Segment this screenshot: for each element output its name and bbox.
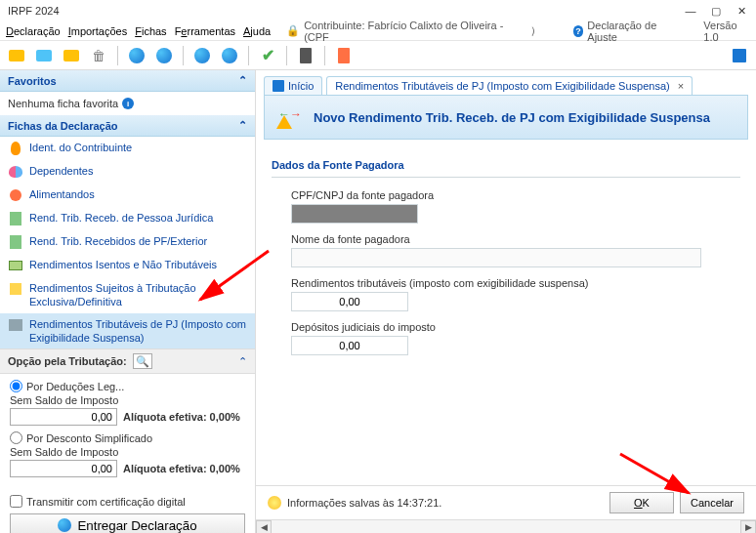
menu-ajuda[interactable]: Ajuda (243, 25, 271, 37)
tb-globe4[interactable] (219, 45, 240, 66)
ficha-alimentandos[interactable]: Alimentandos (0, 184, 255, 207)
tb-new[interactable] (6, 45, 27, 66)
favorites-header[interactable]: Favoritos ⌃ (0, 70, 255, 92)
label-rendimentos: Rendimentos tributáveis (imposto com exi… (291, 277, 740, 289)
deducoes-value[interactable] (10, 408, 117, 426)
radio-deducoes[interactable]: Por Deduções Leg... (10, 380, 245, 392)
close-tab-icon[interactable]: × (678, 80, 684, 92)
separator (324, 46, 325, 65)
maximize-icon[interactable]: ▢ (709, 4, 723, 18)
app-title: IRPF 2024 (8, 5, 60, 17)
radio-simplificado[interactable]: Por Desconto Simplificado (10, 431, 245, 444)
form-title: Novo Rendimento Trib. Receb. de PJ com E… (314, 110, 710, 125)
money-icon (9, 261, 22, 270)
form-header-icon: ←→ (276, 105, 304, 129)
ficha-exclusiva[interactable]: Rendimentos Sujeitos à Tributação Exclus… (0, 277, 255, 313)
fichas-header[interactable]: Fichas da Declaração ⌃ (0, 115, 255, 137)
input-depositos[interactable] (291, 336, 408, 355)
cancel-button[interactable]: Cancelar (680, 492, 744, 513)
label-depositos: Depósitos judiciais do imposto (291, 321, 740, 333)
divider (272, 177, 740, 178)
tb-open[interactable] (33, 45, 55, 66)
input-rendimentos[interactable] (291, 292, 408, 311)
input-cpf-cnpj[interactable] (291, 204, 418, 224)
scroll-right-icon[interactable]: ▶ (740, 520, 756, 533)
ficha-rend-pf[interactable]: Rend. Trib. Recebidos de PF/Exterior (0, 230, 255, 254)
ficha-isentos[interactable]: Rendimentos Isentos e Não Tributáveis (0, 254, 255, 277)
no-favorites: Nenhuma ficha favorita i (8, 98, 247, 109)
tb-calc[interactable] (295, 45, 316, 66)
disk-icon (268, 496, 281, 510)
globe-icon (58, 518, 71, 532)
ficha-ident[interactable]: Ident. do Contribuinte (0, 137, 255, 160)
lock-icon: 🔒 (286, 24, 300, 37)
tb-save[interactable] (729, 45, 750, 66)
collapse-icon[interactable]: ⌃ (238, 355, 247, 368)
entregar-button[interactable]: Entregar Declaração (10, 513, 245, 533)
aliquota-1: Alíquota efetiva: 0,00% (123, 411, 240, 423)
ficha-dependentes[interactable]: Dependentes (0, 160, 255, 184)
toolbar: 🗑 ✔ (0, 41, 756, 70)
close-icon[interactable]: ✕ (735, 4, 748, 18)
food-icon (10, 189, 21, 201)
tab-current[interactable]: Rendimentos Tributáveis de PJ (Imposto c… (326, 76, 693, 95)
tb-trash[interactable]: 🗑 (88, 45, 109, 66)
form-header: ←→ Novo Rendimento Trib. Receb. de PJ co… (264, 95, 748, 140)
bank-icon (10, 283, 21, 295)
sem-saldo-label-2: Sem Saldo de Imposto (10, 446, 245, 458)
contribuinte-info: 🔒 Contribuinte: Fabrício Calixto de Oliv… (286, 20, 541, 43)
tb-check[interactable]: ✔ (257, 45, 278, 66)
tb-open2[interactable] (61, 45, 82, 66)
aliquota-2: Alíquota efetiva: 0,00% (123, 463, 240, 474)
scrollbar[interactable]: ◀ ▶ (256, 519, 756, 533)
person-icon (11, 142, 21, 155)
people-icon (9, 166, 22, 178)
home-icon (273, 80, 284, 92)
sidebar: Favoritos ⌃ Nenhuma ficha favorita i Fic… (0, 70, 256, 533)
tb-globe1[interactable] (126, 45, 147, 66)
input-nome-fonte[interactable] (291, 248, 701, 267)
help-icon: ? (573, 25, 584, 37)
ok-button[interactable]: OK (609, 492, 674, 513)
tabs: Início Rendimentos Tributáveis de PJ (Im… (256, 70, 756, 95)
label-cpf-cnpj: CPF/CNPJ da fonte pagadora (291, 189, 740, 201)
separator (248, 46, 249, 65)
separator (286, 46, 287, 65)
search-icon[interactable]: 🔍 (133, 353, 152, 369)
section-title: Dados da Fonte Pagadora (272, 159, 740, 171)
menu-fichas[interactable]: Fichas (135, 25, 166, 37)
scroll-left-icon[interactable]: ◀ (256, 520, 272, 533)
scale-icon (9, 319, 22, 331)
label-nome-fonte: Nome da fonte pagadora (291, 233, 740, 245)
simplificado-value[interactable] (10, 460, 117, 477)
collapse-icon[interactable]: ⌃ (238, 74, 247, 87)
form-footer: Informações salvas às 14:37:21. OK Cance… (256, 485, 756, 519)
collapse-icon[interactable]: ⌃ (238, 119, 247, 132)
building-icon (10, 212, 21, 226)
menu-declaracao[interactable]: Declaração (6, 25, 61, 37)
tb-globe2[interactable] (153, 45, 175, 66)
sem-saldo-label-1: Sem Saldo de Imposto (10, 394, 245, 406)
tab-home[interactable]: Início (264, 76, 322, 95)
transmitir-checkbox[interactable]: Transmitir com certificação digital (10, 495, 245, 508)
form-body: Dados da Fonte Pagadora CPF/CNPJ da font… (256, 140, 756, 485)
menu-importacoes[interactable]: Importações (68, 25, 128, 37)
scroll-track[interactable] (272, 520, 740, 533)
ficha-exigibilidade[interactable]: Rendimentos Tributáveis de PJ (Imposto c… (0, 313, 255, 349)
minimize-icon[interactable]: — (684, 4, 697, 18)
version-info: Versão 1.0 (703, 20, 750, 43)
building-icon (10, 235, 21, 249)
ficha-list: Ident. do Contribuinte Dependentes Alime… (0, 137, 255, 348)
ficha-rend-pj[interactable]: Rend. Trib. Receb. de Pessoa Jurídica (0, 207, 255, 230)
save-status: Informações salvas às 14:37:21. (268, 496, 441, 510)
declaracao-info: ? Declaração de Ajuste (573, 20, 680, 43)
separator (183, 46, 184, 65)
tributacao-header: Opção pela Tributação: 🔍 ⌃ (0, 348, 255, 374)
menubar: Declaração Importações Fichas Ferramenta… (0, 21, 756, 41)
content: Início Rendimentos Tributáveis de PJ (Im… (256, 70, 756, 533)
info-icon[interactable]: i (122, 98, 134, 109)
separator (117, 46, 118, 65)
tb-globe3[interactable] (191, 45, 213, 66)
menu-ferramentas[interactable]: Ferramentas (175, 25, 235, 37)
tb-doc[interactable] (333, 45, 355, 66)
